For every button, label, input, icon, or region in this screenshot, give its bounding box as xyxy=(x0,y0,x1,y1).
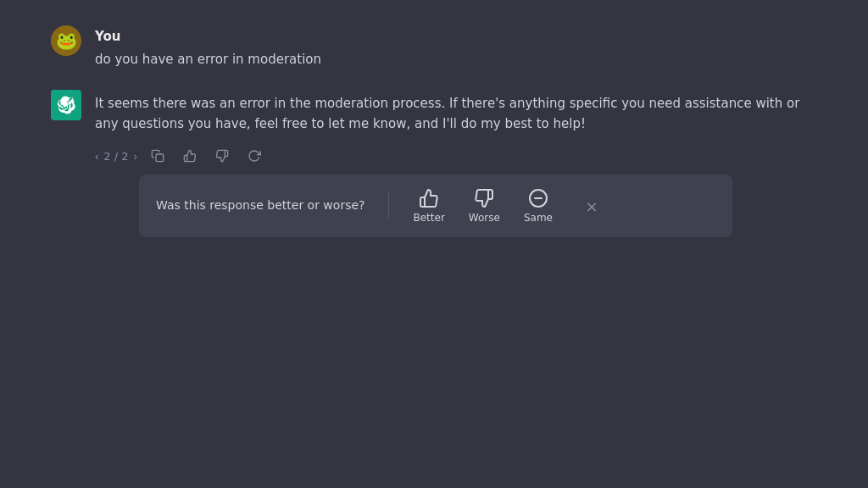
gpt-message-content: It seems there was an error in the moder… xyxy=(95,90,817,237)
svg-rect-0 xyxy=(156,154,164,162)
user-message-text: do you have an error in moderation xyxy=(95,49,817,69)
gpt-message-text: It seems there was an error in the moder… xyxy=(95,93,817,134)
feedback-worse-option[interactable]: Worse xyxy=(469,188,500,224)
user-author-label: You xyxy=(95,29,817,44)
gpt-avatar xyxy=(51,90,81,120)
thumbdown-button[interactable] xyxy=(210,144,234,168)
user-message-row: 🐸 You do you have an error in moderation xyxy=(51,25,817,69)
user-avatar: 🐸 xyxy=(51,25,81,56)
pagination-prev-btn[interactable]: ‹ xyxy=(95,150,98,163)
feedback-options-group: Better Worse Same xyxy=(413,188,552,224)
user-message-content: You do you have an error in moderation xyxy=(95,25,817,69)
pagination-control: ‹ 2 / 2 › xyxy=(95,150,137,163)
same-icon xyxy=(528,188,548,208)
message-actions-row: ‹ 2 / 2 › xyxy=(95,144,817,168)
gpt-message-row: It seems there was an error in the moder… xyxy=(51,90,817,237)
better-label: Better xyxy=(413,212,444,224)
feedback-same-option[interactable]: Same xyxy=(524,188,553,224)
thumbup-icon xyxy=(419,188,439,208)
copy-button[interactable] xyxy=(146,144,170,168)
regenerate-button[interactable] xyxy=(242,144,266,168)
feedback-better-option[interactable]: Better xyxy=(413,188,444,224)
same-label: Same xyxy=(524,212,553,224)
pagination-next-btn[interactable]: › xyxy=(134,150,137,163)
thumbdown-icon xyxy=(474,188,494,208)
feedback-popup: Was this response better or worse? Bette… xyxy=(139,175,732,237)
feedback-divider xyxy=(388,192,389,219)
feedback-question-text: Was this response better or worse? xyxy=(156,197,364,214)
pagination-display: 2 / 2 xyxy=(103,150,128,163)
worse-label: Worse xyxy=(469,212,500,224)
chat-container: 🐸 You do you have an error in moderation… xyxy=(0,0,868,488)
thumbup-button[interactable] xyxy=(178,144,202,168)
feedback-close-button[interactable]: × xyxy=(580,194,604,218)
